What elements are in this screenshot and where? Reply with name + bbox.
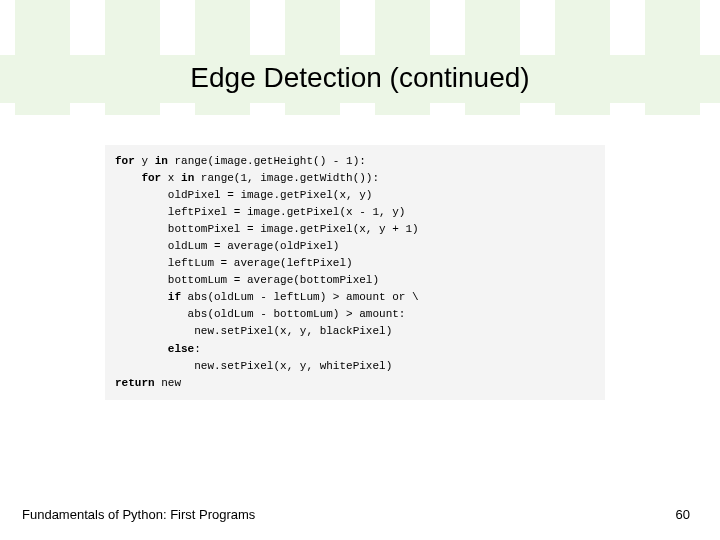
- code-text: leftPixel = image.getPixel(x - 1, y): [115, 206, 405, 218]
- code-text: range(1, image.getWidth()):: [194, 172, 379, 184]
- code-text: y: [135, 155, 155, 167]
- code-text: [115, 172, 141, 184]
- header-band: Edge Detection (continued): [0, 0, 720, 115]
- code-text: abs(oldLum - bottomLum) > amount:: [115, 308, 405, 320]
- code-text: oldLum = average(oldPixel): [115, 240, 339, 252]
- code-kw: in: [181, 172, 194, 184]
- code-text: new.setPixel(x, y, whitePixel): [115, 360, 392, 372]
- code-kw: in: [155, 155, 168, 167]
- code-text: bottomPixel = image.getPixel(x, y + 1): [115, 223, 419, 235]
- code-kw: if: [168, 291, 181, 303]
- code-text: new: [155, 377, 181, 389]
- code-text: range(image.getHeight() - 1):: [168, 155, 366, 167]
- code-text: x: [161, 172, 181, 184]
- code-text: leftLum = average(leftPixel): [115, 257, 353, 269]
- code-block: for y in range(image.getHeight() - 1): f…: [105, 145, 605, 400]
- footer-text: Fundamentals of Python: First Programs: [22, 507, 255, 522]
- code-kw: for: [115, 155, 135, 167]
- slide-title: Edge Detection (continued): [0, 62, 720, 94]
- code-text: [115, 291, 168, 303]
- code-text: bottomLum = average(bottomPixel): [115, 274, 379, 286]
- code-text: new.setPixel(x, y, blackPixel): [115, 325, 392, 337]
- code-kw: for: [141, 172, 161, 184]
- code-kw: else: [168, 343, 194, 355]
- page-number: 60: [676, 507, 690, 522]
- code-text: :: [194, 343, 201, 355]
- code-text: abs(oldLum - leftLum) > amount or \: [181, 291, 419, 303]
- code-text: [115, 343, 168, 355]
- code-text: oldPixel = image.getPixel(x, y): [115, 189, 372, 201]
- code-kw: return: [115, 377, 155, 389]
